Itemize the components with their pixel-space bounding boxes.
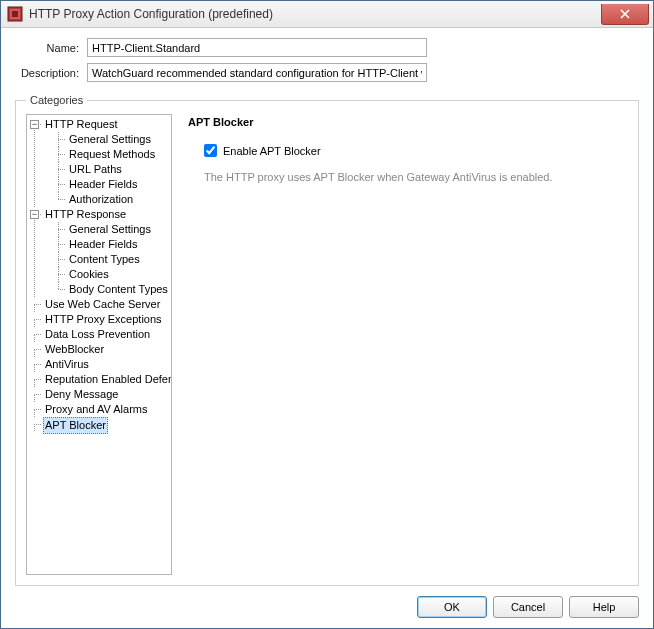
dialog-window: HTTP Proxy Action Configuration (predefi… bbox=[0, 0, 654, 629]
tree-node-red[interactable]: Reputation Enabled Defense bbox=[29, 372, 169, 387]
detail-panel: APT Blocker Enable APT Blocker The HTTP … bbox=[172, 114, 628, 575]
enable-apt-blocker-label: Enable APT Blocker bbox=[223, 145, 321, 157]
enable-apt-row: Enable APT Blocker bbox=[204, 144, 624, 157]
help-button[interactable]: Help bbox=[569, 596, 639, 618]
tree-node-dlp[interactable]: Data Loss Prevention bbox=[29, 327, 169, 342]
tree-node-body-content-types[interactable]: Body Content Types bbox=[43, 282, 169, 297]
categories-legend: Categories bbox=[26, 94, 87, 106]
close-icon bbox=[620, 9, 630, 19]
tree-node-http-response[interactable]: − HTTP Response General Settings Header … bbox=[29, 207, 169, 297]
tree-label-proxy-av-alarms[interactable]: Proxy and AV Alarms bbox=[43, 402, 150, 417]
svg-rect-2 bbox=[12, 11, 18, 17]
categories-tree[interactable]: − HTTP Request General Settings Request … bbox=[26, 114, 172, 575]
tree-node-webblocker[interactable]: WebBlocker bbox=[29, 342, 169, 357]
enable-apt-blocker-checkbox[interactable] bbox=[204, 144, 217, 157]
tree-label-webblocker[interactable]: WebBlocker bbox=[43, 342, 106, 357]
close-button[interactable] bbox=[601, 4, 649, 25]
tree-label-apt-blocker[interactable]: APT Blocker bbox=[43, 417, 108, 434]
tree-label-web-cache[interactable]: Use Web Cache Server bbox=[43, 297, 162, 312]
description-field[interactable] bbox=[87, 63, 427, 82]
tree-node-antivirus[interactable]: AntiVirus bbox=[29, 357, 169, 372]
name-label: Name: bbox=[15, 42, 79, 54]
tree-node-request-methods[interactable]: Request Methods bbox=[43, 147, 169, 162]
tree-label-dlp[interactable]: Data Loss Prevention bbox=[43, 327, 152, 342]
tree-node-request-header-fields[interactable]: Header Fields bbox=[43, 177, 169, 192]
tree-node-url-paths[interactable]: URL Paths bbox=[43, 162, 169, 177]
tree-node-cookies[interactable]: Cookies bbox=[43, 267, 169, 282]
name-row: Name: bbox=[15, 38, 639, 57]
cancel-button[interactable]: Cancel bbox=[493, 596, 563, 618]
tree-label-request-general[interactable]: General Settings bbox=[67, 132, 153, 147]
tree-node-apt-blocker[interactable]: APT Blocker bbox=[29, 417, 169, 434]
tree-label-cookies[interactable]: Cookies bbox=[67, 267, 111, 282]
titlebar: HTTP Proxy Action Configuration (predefi… bbox=[1, 1, 653, 28]
tree-label-url-paths[interactable]: URL Paths bbox=[67, 162, 124, 177]
tree-node-deny-message[interactable]: Deny Message bbox=[29, 387, 169, 402]
detail-heading: APT Blocker bbox=[188, 116, 624, 128]
tree-label-proxy-exceptions[interactable]: HTTP Proxy Exceptions bbox=[43, 312, 164, 327]
description-row: Description: bbox=[15, 63, 639, 82]
tree-label-http-response[interactable]: HTTP Response bbox=[43, 207, 128, 222]
tree-node-response-general[interactable]: General Settings bbox=[43, 222, 169, 237]
name-field[interactable] bbox=[87, 38, 427, 57]
tree-label-request-header-fields[interactable]: Header Fields bbox=[67, 177, 139, 192]
tree-label-authorization[interactable]: Authorization bbox=[67, 192, 135, 207]
dialog-content: Name: Description: Categories − HTTP Req… bbox=[1, 28, 653, 628]
tree-label-deny-message[interactable]: Deny Message bbox=[43, 387, 120, 402]
tree-label-antivirus[interactable]: AntiVirus bbox=[43, 357, 91, 372]
tree-label-response-header-fields[interactable]: Header Fields bbox=[67, 237, 139, 252]
ok-button[interactable]: OK bbox=[417, 596, 487, 618]
tree-label-http-request[interactable]: HTTP Request bbox=[43, 117, 120, 132]
collapse-icon[interactable]: − bbox=[30, 120, 39, 129]
tree-label-content-types[interactable]: Content Types bbox=[67, 252, 142, 267]
description-label: Description: bbox=[15, 67, 79, 79]
categories-group: Categories − HTTP Request General Settin… bbox=[15, 94, 639, 586]
apt-blocker-hint: The HTTP proxy uses APT Blocker when Gat… bbox=[204, 171, 624, 183]
tree-label-request-methods[interactable]: Request Methods bbox=[67, 147, 157, 162]
app-icon bbox=[7, 6, 23, 22]
collapse-icon[interactable]: − bbox=[30, 210, 39, 219]
tree-node-proxy-av-alarms[interactable]: Proxy and AV Alarms bbox=[29, 402, 169, 417]
tree-node-content-types[interactable]: Content Types bbox=[43, 252, 169, 267]
tree-label-red[interactable]: Reputation Enabled Defense bbox=[43, 372, 172, 387]
tree-node-request-general[interactable]: General Settings bbox=[43, 132, 169, 147]
tree-node-http-request[interactable]: − HTTP Request General Settings Request … bbox=[29, 117, 169, 207]
tree-node-web-cache[interactable]: Use Web Cache Server bbox=[29, 297, 169, 312]
tree-node-authorization[interactable]: Authorization bbox=[43, 192, 169, 207]
tree-node-proxy-exceptions[interactable]: HTTP Proxy Exceptions bbox=[29, 312, 169, 327]
tree-label-response-general[interactable]: General Settings bbox=[67, 222, 153, 237]
window-title: HTTP Proxy Action Configuration (predefi… bbox=[29, 7, 601, 21]
tree-label-body-content-types[interactable]: Body Content Types bbox=[67, 282, 170, 297]
tree-node-response-header-fields[interactable]: Header Fields bbox=[43, 237, 169, 252]
button-row: OK Cancel Help bbox=[15, 596, 639, 618]
